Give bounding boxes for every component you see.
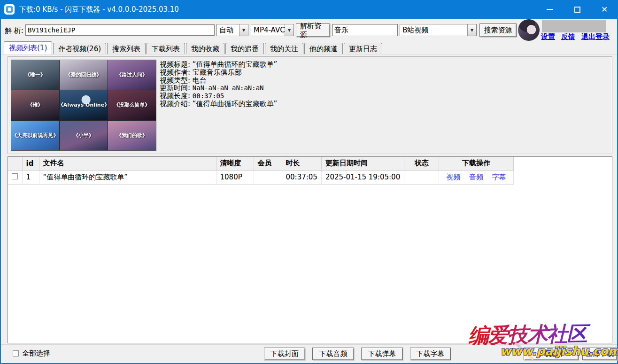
settings-link[interactable]: 设置 xyxy=(541,32,555,41)
minimize-icon xyxy=(547,9,553,10)
chevron-down-icon: ▼ xyxy=(467,24,476,36)
video-info-panel: 《唯一》 《爱的回归线》 《路过人间》 《谁》 《Always Online》 … xyxy=(8,56,612,154)
video-info-text: 视频标题: “值得单曲循环的宝藏歌单” 视频作者: 宝藏音乐俱乐部 视频类型: … xyxy=(160,61,277,108)
cell-vip xyxy=(254,170,282,184)
tab-my-favorites[interactable]: 我的收藏 xyxy=(186,43,224,54)
tab-my-follows[interactable]: 我的关注 xyxy=(265,43,303,54)
file-list: id 文件名 清晰度 会员 时长 更新日期时间 状态 下载操作 1 “值得单曲循… xyxy=(8,156,612,343)
header-updated[interactable]: 更新日期时间 xyxy=(321,157,404,170)
header-quality[interactable]: 清晰度 xyxy=(216,157,254,170)
tab-his-channel[interactable]: 他的频道 xyxy=(304,43,343,54)
download-subtitle-button[interactable]: 下载字幕 xyxy=(410,348,451,360)
header-filename[interactable]: 文件名 xyxy=(39,157,216,170)
video-type-line: 视频类型: 电台 xyxy=(160,77,277,85)
censored-username xyxy=(542,20,606,32)
thumbnail-cell: 《没那么简单》 xyxy=(108,90,156,120)
thumbnail-cell: 《Always Online》 xyxy=(60,90,108,120)
cell-status xyxy=(404,170,439,184)
cell-actions: 视频 音频 字幕 xyxy=(439,170,514,184)
thumbnail-cell: 《路过人间》 xyxy=(108,60,156,90)
header-id[interactable]: id xyxy=(22,157,39,170)
tab-author-videos[interactable]: 作者视频(26) xyxy=(53,43,106,54)
format-select[interactable]: MP4-AVC ▼ xyxy=(251,24,294,36)
parse-resource-button[interactable]: 解析资源 xyxy=(296,23,330,37)
header-select xyxy=(8,157,22,170)
title-bar: 下载:0 KB/s - 闪豆下载器 - v4.0.0.0-2025.03.10 … xyxy=(0,0,618,19)
close-button[interactable]: ✕ xyxy=(591,0,618,19)
window-title: 下载:0 KB/s - 闪豆下载器 - v4.0.0.0-2025.03.10 xyxy=(19,5,179,14)
header-duration[interactable]: 时长 xyxy=(282,157,321,170)
source-select[interactable]: B站视频 ▼ xyxy=(400,24,477,36)
file-table: id 文件名 清晰度 会员 时长 更新日期时间 状态 下载操作 1 “值得单曲循… xyxy=(8,157,514,185)
cell-updated: 2025-01-15 19:05:00 xyxy=(321,170,404,184)
footer-bar: 全部选择 下载封面 下载音频 下载弹幕 下载字幕 下载选中 全部下载 xyxy=(1,344,617,362)
chevron-down-icon: ▼ xyxy=(239,24,248,36)
thumbnail-cell: 《天亮以前说再见》 xyxy=(11,121,59,150)
quality-select[interactable]: 自动 ▼ xyxy=(216,24,248,36)
feedback-link[interactable]: 反馈 xyxy=(561,32,575,41)
app-logo-icon xyxy=(4,4,15,15)
tab-video-list[interactable]: 视频列表(1) xyxy=(4,41,52,54)
header-status[interactable]: 状态 xyxy=(404,157,439,170)
download-subtitle-link[interactable]: 字幕 xyxy=(492,173,506,181)
logout-link[interactable]: 退出登录 xyxy=(581,32,610,41)
minimize-button[interactable] xyxy=(536,0,564,19)
cell-quality: 1080P xyxy=(216,170,254,184)
select-all-control[interactable]: 全部选择 xyxy=(13,349,50,358)
select-all-checkbox[interactable] xyxy=(13,350,19,356)
row-checkbox[interactable] xyxy=(12,173,18,179)
download-selected-button[interactable]: 下载选中 xyxy=(524,348,579,360)
download-all-button[interactable]: 全部下载 xyxy=(582,348,617,360)
parse-label: 解 析: xyxy=(5,26,23,35)
search-keyword-input[interactable] xyxy=(332,24,398,36)
maximize-icon xyxy=(574,7,580,13)
tab-my-bangumi[interactable]: 我的追番 xyxy=(225,43,264,54)
video-duration-line: 视频长度: 00:37:05 xyxy=(160,92,277,100)
user-avatar[interactable] xyxy=(518,19,540,41)
thumbnail-cell: 《唯一》 xyxy=(11,60,59,90)
header-actions[interactable]: 下载操作 xyxy=(439,157,514,170)
download-danmaku-button[interactable]: 下载弹幕 xyxy=(361,348,403,360)
header-vip[interactable]: 会员 xyxy=(254,157,282,170)
window-controls: ✕ xyxy=(536,0,618,19)
download-audio-button[interactable]: 下载音频 xyxy=(312,348,354,360)
search-resource-button[interactable]: 搜索资源 xyxy=(479,23,517,37)
close-icon: ✕ xyxy=(601,6,608,14)
chevron-down-icon: ▼ xyxy=(285,24,294,36)
video-description-line: 视频介绍: “值得单曲循环的宝藏歌单” xyxy=(160,100,277,108)
video-updated-line: 更新时间: NaN-aN-aN aN:aN:aN xyxy=(160,84,277,92)
tab-changelog[interactable]: 更新日志 xyxy=(344,43,382,54)
video-thumbnail[interactable]: 《唯一》 《爱的回归线》 《路过人间》 《谁》 《Always Online》 … xyxy=(11,60,156,151)
cell-id: 1 xyxy=(22,170,39,184)
thumbnail-cell: 《我们的歌》 xyxy=(108,121,156,150)
table-header-row: id 文件名 清晰度 会员 时长 更新日期时间 状态 下载操作 xyxy=(8,157,513,170)
video-author-line: 视频作者: 宝藏音乐俱乐部 xyxy=(160,69,277,77)
account-links: 设置 反馈 退出登录 xyxy=(541,32,616,41)
thumbnail-cell: 《爱的回归线》 xyxy=(60,60,108,90)
app-window: 下载:0 KB/s - 闪豆下载器 - v4.0.0.0-2025.03.10 … xyxy=(0,0,618,364)
download-video-link[interactable]: 视频 xyxy=(446,173,460,181)
cell-filename: “值得单曲循环的宝藏歌单” xyxy=(39,170,216,184)
download-audio-link[interactable]: 音频 xyxy=(469,173,483,181)
select-all-label: 全部选择 xyxy=(22,349,50,358)
video-title-line: 视频标题: “值得单曲循环的宝藏歌单” xyxy=(160,61,277,69)
maximize-button[interactable] xyxy=(564,0,591,19)
table-row[interactable]: 1 “值得单曲循环的宝藏歌单” 1080P 00:37:05 2025-01-1… xyxy=(8,170,513,184)
tab-page-edge xyxy=(1,54,617,55)
download-cover-button[interactable]: 下载封面 xyxy=(264,348,305,360)
thumbnail-cell: 《谁》 xyxy=(11,90,59,120)
parse-url-input[interactable] xyxy=(25,24,215,36)
tab-download-list[interactable]: 下载列表 xyxy=(147,43,185,54)
cell-duration: 00:37:05 xyxy=(282,170,321,184)
tab-bar: 视频列表(1) 作者视频(26) 搜索列表 下载列表 我的收藏 我的追番 我的关… xyxy=(4,41,614,54)
tab-search-list[interactable]: 搜索列表 xyxy=(107,43,146,54)
thumbnail-cell: 《小半》 xyxy=(60,121,108,150)
